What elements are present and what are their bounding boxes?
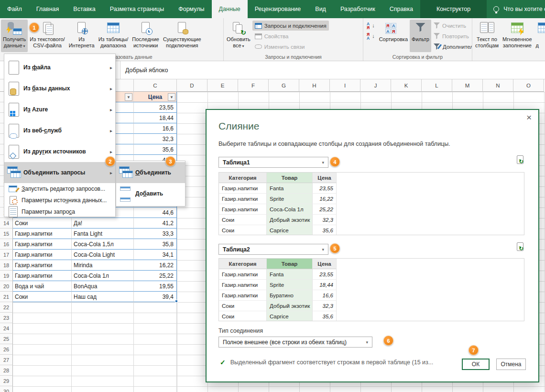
menu-item-from-database[interactable]: Из базы данных▸ bbox=[4, 78, 115, 99]
cell-C5[interactable]: 16,6 bbox=[134, 123, 177, 134]
menu-item-merge-queries[interactable]: Объединить запросы▸ bbox=[4, 162, 115, 183]
flash-fill-button[interactable]: Мгновенноезаполнение bbox=[501, 20, 534, 52]
row-header-20[interactable]: 20 bbox=[0, 281, 13, 292]
queries-connections-button[interactable]: Запросы и подключения bbox=[252, 21, 329, 31]
col-header-F[interactable]: F bbox=[238, 79, 269, 92]
table2-selector[interactable]: Таблица2▾ bbox=[218, 244, 328, 255]
tab-insert[interactable]: Вставка bbox=[66, 0, 102, 18]
from-table-range-button[interactable]: Из таблицы/диапазона bbox=[97, 20, 131, 52]
cell-C6[interactable]: 32,3 bbox=[134, 134, 177, 144]
row-header-26[interactable]: 26 bbox=[0, 344, 13, 355]
join-kind-selector[interactable]: Полное внешнее (все строки из обеих табл… bbox=[218, 337, 372, 348]
cell-B14[interactable]: Да! bbox=[72, 218, 134, 229]
col-header-N[interactable]: N bbox=[483, 79, 513, 92]
existing-connections-button[interactable]: Существующиеподключения bbox=[161, 20, 203, 52]
row-header-21[interactable]: 21 bbox=[0, 292, 13, 302]
refresh-preview-icon[interactable]: ↻ bbox=[516, 155, 527, 166]
col-header-D[interactable]: D bbox=[177, 79, 207, 92]
col-header-O[interactable]: O bbox=[513, 79, 544, 92]
cell-A14[interactable]: Соки bbox=[13, 218, 72, 229]
row-header-29[interactable]: 29 bbox=[0, 376, 13, 386]
cell-B19[interactable]: Coca-Cola 1л bbox=[72, 271, 134, 281]
cell-B17[interactable]: Coca-Cola Light bbox=[72, 250, 134, 260]
col-header-L[interactable]: L bbox=[422, 79, 452, 92]
ok-button[interactable]: ОК bbox=[462, 359, 490, 370]
properties-button[interactable]: Свойства bbox=[252, 31, 329, 41]
cell-C17[interactable]: 34,1 bbox=[134, 250, 177, 260]
menu-item-from-file[interactable]: Из файла▸ bbox=[4, 57, 115, 78]
clear-filter-button[interactable]: Очистить bbox=[431, 21, 472, 31]
cancel-button[interactable]: Отмена bbox=[496, 359, 526, 370]
tab-developer[interactable]: Разработчик bbox=[333, 0, 382, 18]
menu-item-from-other-sources[interactable]: Из других источников▸ bbox=[4, 141, 115, 162]
cell-C13[interactable]: 44,6 bbox=[134, 207, 177, 218]
text-to-columns-button[interactable]: Текст постолбцам bbox=[473, 20, 501, 52]
tab-design[interactable]: Конструктор bbox=[420, 0, 487, 18]
sort-button[interactable]: ЯААЯ Сортировка bbox=[377, 20, 410, 52]
tab-review[interactable]: Рецензирование bbox=[248, 0, 308, 18]
menu-item-query-options[interactable]: Параметры запроса bbox=[4, 206, 115, 218]
menu-item-from-web-services[interactable]: Из веб-служб▸ bbox=[4, 120, 115, 141]
menu-item-data-source-settings[interactable]: Параметры источника данных... bbox=[4, 195, 115, 206]
remove-duplicates-button-clipped[interactable]: д bbox=[534, 20, 545, 52]
cell-C7[interactable]: 35,6 bbox=[134, 144, 177, 155]
row-header-22[interactable]: 22 bbox=[0, 302, 13, 313]
cell-C2[interactable]: Цена▼ bbox=[134, 92, 177, 102]
row-header-30[interactable]: 30 bbox=[0, 386, 13, 392]
close-icon[interactable]: × bbox=[526, 113, 532, 122]
col-header-G[interactable]: G bbox=[269, 79, 299, 92]
col-header-E[interactable]: E bbox=[207, 79, 238, 92]
formula-bar-value[interactable]: Добрый яблоко bbox=[120, 67, 168, 74]
table1-selector[interactable]: Таблица1▾ bbox=[218, 157, 328, 168]
row-header-28[interactable]: 28 bbox=[0, 365, 13, 376]
cell-B16[interactable]: Coca-Cola 1,5л bbox=[72, 239, 134, 250]
menu-item-from-azure[interactable]: Из Azure▸ bbox=[4, 99, 115, 120]
row-header-19[interactable]: 19 bbox=[0, 271, 13, 281]
cell-A19[interactable]: Газир.напитки bbox=[13, 271, 72, 281]
cell-C18[interactable]: 16,22 bbox=[134, 260, 177, 271]
row-header-14[interactable]: 14 bbox=[0, 218, 13, 229]
cell-B15[interactable]: Fanta Light bbox=[72, 229, 134, 239]
row-header-24[interactable]: 24 bbox=[0, 323, 13, 334]
tab-page-layout[interactable]: Разметка страницы bbox=[103, 0, 171, 18]
cell-A21[interactable]: Соки bbox=[13, 292, 72, 302]
row-header-27[interactable]: 27 bbox=[0, 355, 13, 365]
cell-C3[interactable]: 23,55 bbox=[134, 102, 177, 113]
refresh-all-button[interactable]: ↻ Обновитьвсе▾ bbox=[225, 20, 252, 52]
row-header-18[interactable]: 18 bbox=[0, 260, 13, 271]
cell-A20[interactable]: Вода и чай bbox=[13, 281, 72, 292]
cell-C21[interactable]: 39,4 bbox=[134, 292, 177, 302]
refresh-preview-icon[interactable]: ↻ bbox=[516, 242, 527, 253]
cell-A15[interactable]: Газир.напитки bbox=[13, 229, 72, 239]
cell-C16[interactable]: 35,8 bbox=[134, 239, 177, 250]
cell-B20[interactable]: BonAqua bbox=[72, 281, 134, 292]
col-header-M[interactable]: M bbox=[452, 79, 483, 92]
filter-dropdown-icon[interactable]: ▼ bbox=[125, 93, 132, 101]
cell-C20[interactable]: 19,55 bbox=[134, 281, 177, 292]
col-header-C[interactable]: C bbox=[134, 79, 177, 92]
row-header-23[interactable]: 23 bbox=[0, 313, 13, 323]
menu-item-append[interactable]: Добавить bbox=[116, 183, 185, 204]
cell-B21[interactable]: Наш сад bbox=[72, 292, 134, 302]
edit-links-button[interactable]: Изменить связи bbox=[252, 42, 329, 52]
col-header-J[interactable]: J bbox=[360, 79, 391, 92]
reapply-filter-button[interactable]: Повторить bbox=[431, 31, 472, 41]
get-data-button[interactable]: Получитьданные▾ bbox=[1, 20, 28, 52]
tab-home[interactable]: Главная bbox=[29, 0, 66, 18]
tab-file[interactable]: Файл bbox=[0, 0, 29, 18]
from-web-button[interactable]: ИзИнтернета bbox=[67, 20, 97, 52]
cell-A16[interactable]: Газир.напитки bbox=[13, 239, 72, 250]
filter-dropdown-icon[interactable]: ▼ bbox=[168, 93, 175, 101]
advanced-filter-button[interactable]: Дополнительно bbox=[431, 42, 472, 52]
tab-view[interactable]: Вид bbox=[308, 0, 333, 18]
row-header-17[interactable]: 17 bbox=[0, 250, 13, 260]
tell-me-box[interactable]: Что вы хотите сделать? bbox=[488, 0, 545, 18]
recent-sources-button[interactable]: Последниеисточники bbox=[130, 20, 161, 52]
col-header-K[interactable]: K bbox=[391, 79, 422, 92]
cell-A18[interactable]: Газир.напитки bbox=[13, 260, 72, 271]
menu-item-query-editor[interactable]: Запустить редактор запросов... bbox=[4, 183, 115, 195]
row-header-16[interactable]: 16 bbox=[0, 239, 13, 250]
row-header-15[interactable]: 15 bbox=[0, 229, 13, 239]
cell-C15[interactable]: 33,3 bbox=[134, 229, 177, 239]
tab-formulas[interactable]: Формулы bbox=[171, 0, 211, 18]
